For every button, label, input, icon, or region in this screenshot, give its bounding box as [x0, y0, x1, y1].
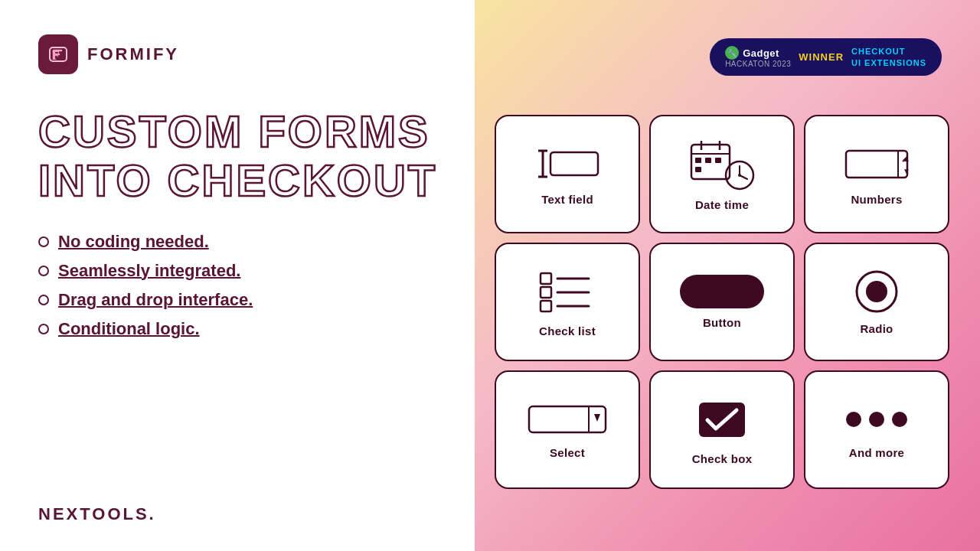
feature-text-2: Seamlessly integrated.: [58, 261, 240, 281]
svg-rect-10: [695, 158, 701, 163]
checkout-line2: UI EXTENSIONS: [851, 57, 926, 68]
bullet-4: [38, 324, 49, 334]
select-icon: [525, 400, 609, 439]
nextools-logo: NEXTOOLS.: [38, 504, 156, 524]
card-radio-label: Radio: [860, 322, 893, 335]
checkout-line1: CHECKOUT: [851, 46, 926, 57]
hackaton-year: HACKATON 2023: [725, 60, 791, 68]
feature-text-4: Conditional logic.: [58, 319, 200, 339]
gadget-logo: 🔧 Gadget: [725, 46, 779, 60]
svg-rect-11: [705, 158, 711, 163]
card-and-more-label: And more: [849, 446, 904, 459]
card-select: Select: [495, 370, 640, 489]
numbers-icon: ▲ ▼: [842, 143, 911, 185]
svg-rect-23: [541, 273, 551, 284]
bullet-1: [38, 236, 49, 247]
date-time-icon: [688, 137, 756, 191]
check-box-icon: [695, 395, 749, 445]
svg-rect-13: [695, 167, 701, 172]
btn-pill: [680, 275, 764, 308]
feature-text-1: No coding needed.: [58, 232, 209, 252]
svg-text:▼: ▼: [903, 167, 910, 175]
svg-point-30: [866, 281, 887, 302]
winner-text: WINNER: [799, 51, 844, 63]
page-content: F FORMIFY 🔧 Gadget HACKATON 2023 WINNER …: [0, 0, 980, 551]
feature-text-3: Drag and drop interface.: [58, 290, 253, 310]
header-badge: 🔧 Gadget HACKATON 2023 WINNER CHECKOUT U…: [710, 38, 942, 76]
svg-rect-31: [529, 406, 606, 432]
svg-text:▲: ▲: [903, 155, 910, 163]
feature-item-2: Seamlessly integrated.: [38, 261, 467, 281]
svg-point-17: [738, 174, 741, 177]
title-line2: INTO CHECKOUT: [38, 156, 467, 205]
button-icon: [680, 275, 764, 308]
left-content: CUSTOM FORMS INTO CHECKOUT No coding nee…: [38, 107, 467, 348]
svg-point-37: [892, 412, 907, 427]
svg-point-35: [846, 412, 861, 427]
card-date-time-label: Date time: [695, 198, 749, 211]
card-text-field-label: Text field: [541, 193, 593, 206]
logo-text: FORMIFY: [87, 44, 179, 64]
bullet-2: [38, 266, 49, 276]
component-grid: Text field: [495, 115, 949, 489]
card-select-label: Select: [550, 446, 585, 459]
svg-rect-12: [715, 158, 721, 163]
bullet-3: [38, 295, 49, 305]
nextools-text: NEXTOOLS.: [38, 504, 156, 523]
card-check-list: Check list: [495, 243, 640, 361]
feature-item-3: Drag and drop interface.: [38, 290, 467, 310]
feature-item-1: No coding needed.: [38, 232, 467, 252]
card-radio: Radio: [804, 243, 949, 361]
card-check-box: Check box: [649, 370, 795, 489]
main-title: CUSTOM FORMS INTO CHECKOUT: [38, 107, 467, 205]
gadget-icon: 🔧: [725, 46, 739, 60]
svg-rect-27: [541, 301, 551, 311]
checkout-section: CHECKOUT UI EXTENSIONS: [851, 46, 926, 68]
logo-icon: F: [38, 34, 78, 74]
radio-icon: [854, 269, 900, 315]
card-button: Button: [649, 243, 795, 361]
card-button-label: Button: [703, 316, 741, 329]
svg-marker-33: [594, 414, 600, 422]
card-and-more: And more: [804, 370, 949, 489]
card-text-field: Text field: [495, 115, 640, 233]
card-numbers-label: Numbers: [851, 193, 902, 206]
text-field-icon: [529, 143, 606, 185]
card-date-time: Date time: [649, 115, 795, 233]
title-line1: CUSTOM FORMS: [38, 107, 467, 156]
svg-rect-2: [550, 152, 598, 175]
gadget-section: 🔧 Gadget HACKATON 2023: [725, 46, 791, 68]
check-list-icon: [537, 267, 598, 317]
feature-item-4: Conditional logic.: [38, 319, 467, 339]
and-more-icon: [838, 400, 915, 439]
card-check-list-label: Check list: [539, 324, 596, 337]
card-check-box-label: Check box: [692, 452, 753, 465]
svg-point-36: [869, 412, 884, 427]
card-numbers: ▲ ▼ Numbers: [804, 115, 949, 233]
svg-text:F: F: [52, 49, 60, 62]
feature-list: No coding needed. Seamlessly integrated.…: [38, 232, 467, 339]
gadget-name: Gadget: [743, 47, 779, 59]
svg-rect-25: [541, 287, 551, 298]
logo: F FORMIFY: [38, 34, 179, 74]
